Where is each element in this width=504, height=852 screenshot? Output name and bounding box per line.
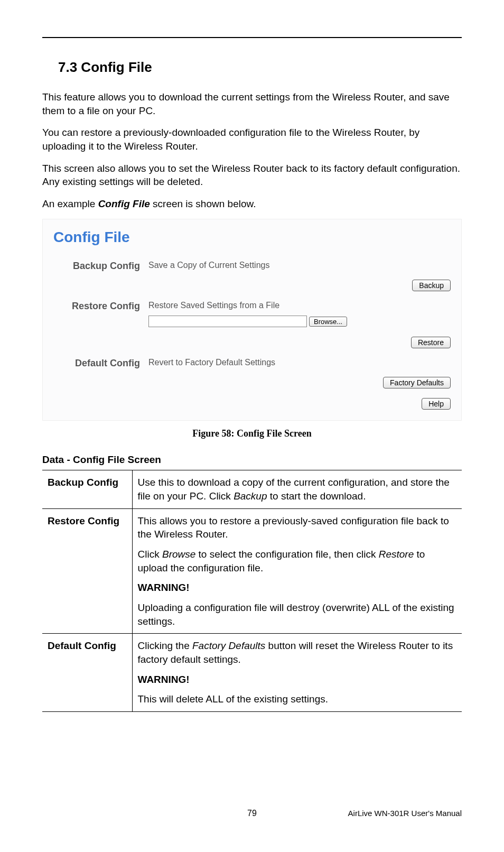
restore-config-desc: Restore Saved Settings from a File (148, 301, 451, 310)
restore-desc-p3: Uploading a configuration file will dest… (138, 601, 457, 628)
table-row: Restore Config This allows you to restor… (42, 508, 462, 633)
cell-backup-label: Backup Config (42, 470, 132, 508)
cell-restore-label: Restore Config (42, 508, 132, 633)
table-row: Default Config Clicking the Factory Defa… (42, 634, 462, 712)
cell-default-label: Default Config (42, 634, 132, 712)
restore-desc-p1: This allows you to restore a previously-… (138, 514, 457, 541)
page-number: 79 (182, 809, 322, 818)
browse-button[interactable]: Browse... (309, 317, 347, 327)
restore-warning: WARNING! (138, 581, 457, 595)
default-desc-p2: This will delete ALL of the existing set… (138, 692, 457, 706)
restore-desc-p2d: Restore (379, 549, 414, 560)
backup-desc-text2: to start the download. (267, 490, 366, 502)
cell-backup-desc: Use this to download a copy of the curre… (132, 470, 462, 508)
backup-config-desc: Save a Copy of Current Settings (148, 261, 451, 270)
table-row: Backup Config Use this to download a cop… (42, 470, 462, 508)
default-desc-p1b: Factory Defaults (192, 640, 265, 651)
intro-para-2: You can restore a previously-downloaded … (42, 126, 462, 153)
manual-name: AirLive WN-301R User's Manual (322, 809, 462, 818)
restore-desc-p2a: Click (138, 549, 162, 560)
backup-desc-em: Backup (234, 490, 267, 502)
restore-button[interactable]: Restore (411, 337, 451, 348)
section-heading: 7.3 Config File (58, 59, 462, 76)
default-config-desc: Revert to Factory Default Settings (148, 358, 451, 367)
restore-file-input[interactable] (148, 316, 307, 327)
intro-para-4-prefix: An example (42, 198, 98, 209)
cell-default-desc: Clicking the Factory Defaults button wil… (132, 634, 462, 712)
cell-restore-desc: This allows you to restore a previously-… (132, 508, 462, 633)
intro-para-3: This screen also allows you to set the W… (42, 162, 462, 189)
restore-config-label: Restore Config (53, 301, 148, 312)
data-table-heading: Data - Config File Screen (42, 454, 462, 466)
page-footer: 79 AirLive WN-301R User's Manual (42, 809, 462, 818)
config-file-screenshot: Config File Backup Config Save a Copy of… (42, 219, 462, 421)
default-warning: WARNING! (138, 673, 457, 687)
intro-para-1: This feature allows you to download the … (42, 90, 462, 117)
help-button[interactable]: Help (422, 398, 451, 410)
data-table: Backup Config Use this to download a cop… (42, 470, 462, 711)
top-rule (42, 37, 462, 38)
factory-defaults-button[interactable]: Factory Defaults (383, 377, 451, 388)
restore-desc-p2c: to select the configuration file, then c… (195, 549, 378, 560)
config-screen-title: Config File (53, 229, 451, 246)
intro-para-4: An example Config File screen is shown b… (42, 197, 462, 211)
default-desc-p1a: Clicking the (138, 640, 193, 651)
default-config-label: Default Config (53, 358, 148, 369)
backup-config-label: Backup Config (53, 261, 148, 272)
intro-para-4-suffix: screen is shown below. (150, 198, 256, 209)
restore-desc-p2b: Browse (162, 549, 195, 560)
figure-caption: Figure 58: Config File Screen (42, 428, 462, 439)
backup-button[interactable]: Backup (412, 280, 451, 291)
intro-para-4-bold: Config File (98, 198, 150, 209)
